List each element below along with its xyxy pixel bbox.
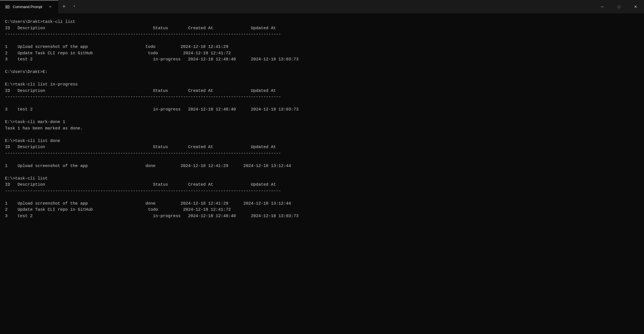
window: >_ Command Prompt ✕ + ▾ ─ □ ✕ C:\Users\D… xyxy=(0,0,644,334)
table-separator: ----------------------------------------… xyxy=(5,188,639,195)
table-separator: ----------------------------------------… xyxy=(5,31,639,38)
terminal-info-line: Task 1 has been marked as done. xyxy=(5,126,639,132)
table-row: 3 test 2 in-progress 2024-12-18 12:48:40… xyxy=(5,107,639,113)
terminal-empty-line xyxy=(5,194,639,201)
active-tab[interactable]: >_ Command Prompt ✕ xyxy=(0,0,58,13)
terminal-empty-line xyxy=(5,63,639,69)
table-row: 1 Upload screenshot of the app done 2024… xyxy=(5,201,639,207)
terminal-prompt-line: C:\Users\Drakt>task-cli list xyxy=(5,19,639,25)
table-row: 1 Upload screenshot of the app todo 2024… xyxy=(5,44,639,50)
terminal-empty-line xyxy=(5,75,639,82)
terminal-empty-line xyxy=(5,132,639,138)
table-row: 2 Update Task CLI repo in GitHub todo 20… xyxy=(5,207,639,213)
terminal-empty-line xyxy=(5,100,639,107)
maximize-button[interactable]: □ xyxy=(611,0,627,13)
tab-title: Command Prompt xyxy=(13,4,42,10)
terminal-prompt-line: C:\Users\Drakt>E: xyxy=(5,69,639,75)
table-header: ID Description Status Created At Updated… xyxy=(5,88,639,94)
terminal-empty-line xyxy=(5,169,639,176)
table-separator: ----------------------------------------… xyxy=(5,94,639,100)
terminal-prompt-line: E:\>task-cli list in-progress xyxy=(5,82,639,88)
table-separator: ----------------------------------------… xyxy=(5,151,639,157)
terminal-empty-line xyxy=(5,157,639,163)
table-row: 1 Upload screenshot of the app done 2024… xyxy=(5,163,639,170)
terminal-empty-line xyxy=(5,38,639,44)
table-header: ID Description Status Created At Updated… xyxy=(5,182,639,188)
titlebar: >_ Command Prompt ✕ + ▾ ─ □ ✕ xyxy=(0,0,644,13)
terminal-body[interactable]: C:\Users\Drakt>task-cli listID Descripti… xyxy=(0,13,644,334)
terminal-empty-line xyxy=(5,113,639,119)
terminal-prompt-line: E:\>task-cli list done xyxy=(5,138,639,144)
terminal-icon: >_ xyxy=(5,4,10,9)
table-header: ID Description Status Created At Updated… xyxy=(5,25,639,32)
table-header: ID Description Status Created At Updated… xyxy=(5,144,639,151)
table-row: 3 test 2 in-progress 2024-12-18 12:48:40… xyxy=(5,213,639,220)
table-row: 2 Update Task CLI repo in GitHub todo 20… xyxy=(5,50,639,57)
close-button[interactable]: ✕ xyxy=(627,0,644,13)
tab-dropdown-button[interactable]: ▾ xyxy=(69,1,79,12)
minimize-button[interactable]: ─ xyxy=(594,0,611,13)
new-tab-button[interactable]: + xyxy=(58,1,69,12)
svg-text:>_: >_ xyxy=(6,6,9,8)
terminal-prompt-line: E:\>task-cli mark-done 1 xyxy=(5,119,639,126)
table-row: 3 test 2 in-progress 2024-12-18 12:48:40… xyxy=(5,57,639,63)
tab-close-button[interactable]: ✕ xyxy=(47,4,53,10)
window-controls: ─ □ ✕ xyxy=(594,0,644,13)
terminal-prompt-line: E:\>task-cli list xyxy=(5,176,639,182)
